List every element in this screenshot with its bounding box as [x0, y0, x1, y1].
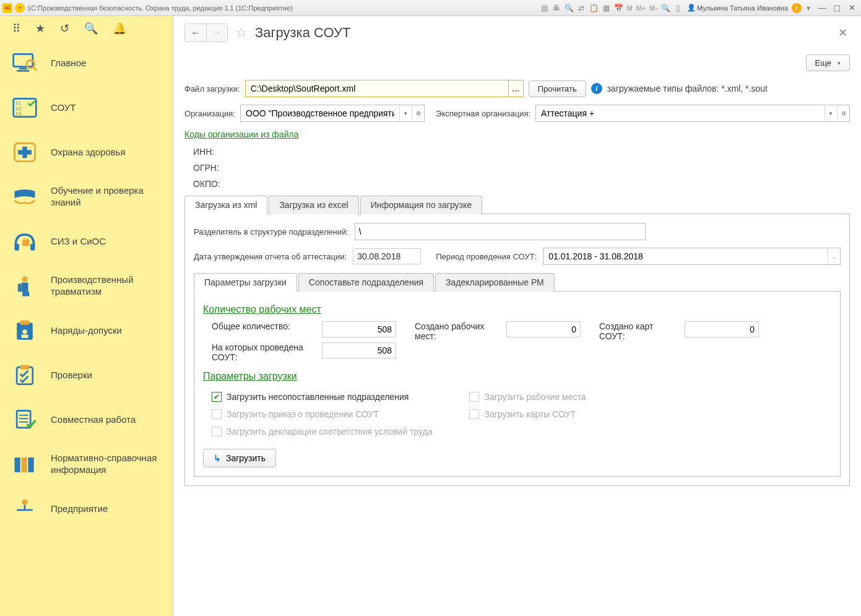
- org-tree-icon: [10, 495, 40, 523]
- sidebar: ⠿ ★ ↺ 🔍 🔔 Главное 3.13.23.3 СОУТ: [0, 16, 173, 616]
- medical-cross-icon: [10, 139, 40, 166]
- memory-m[interactable]: M: [625, 4, 633, 12]
- sidebar-item-label: Совместная работа: [51, 414, 136, 426]
- period-ellipsis-button[interactable]: …: [828, 248, 840, 264]
- info-icon[interactable]: i: [591, 83, 602, 94]
- checkbox-load-declarations-label: Загрузить декларации соответствия услови…: [227, 427, 432, 436]
- sidebar-item-health[interactable]: Охрана здоровья: [0, 130, 173, 175]
- total-count-value[interactable]: [322, 321, 396, 337]
- separator-label: Разделитель в структуре подразделений:: [194, 227, 348, 236]
- org-codes-link[interactable]: Коды организации из файла: [184, 129, 298, 139]
- toolbar-zoom-icon[interactable]: 🔍: [660, 2, 671, 14]
- file-hint: загружаемые типы файлов: *.xml, *.sout: [607, 84, 768, 93]
- svg-rect-20: [20, 321, 30, 325]
- sidebar-item-main[interactable]: Главное: [0, 41, 173, 85]
- memory-mplus[interactable]: M+: [635, 4, 647, 12]
- workplace-count-title[interactable]: Количество рабочих мест: [203, 304, 831, 315]
- titlebar: 1C ▾ 1С:Производственная безопасность. О…: [0, 0, 861, 16]
- file-path-input[interactable]: [246, 80, 508, 97]
- app-menu-dropdown-icon[interactable]: ▾: [15, 3, 25, 13]
- file-browse-button[interactable]: …: [508, 80, 523, 97]
- separator-input[interactable]: [355, 223, 646, 240]
- sidebar-item-collab[interactable]: Совместная работа: [0, 397, 173, 442]
- svg-rect-22: [22, 334, 28, 338]
- sidebar-item-trauma[interactable]: Производственный травматизм: [0, 264, 173, 308]
- sidebar-item-sout[interactable]: 3.13.23.3 СОУТ: [0, 85, 173, 130]
- total-count-label: Общее количество:: [212, 321, 311, 331]
- sidebar-item-training[interactable]: Обучение и проверка знаний: [0, 175, 173, 219]
- user-name[interactable]: 👤 Мулькина Татьяна Ивановна: [687, 4, 788, 12]
- created-cards-value[interactable]: [685, 321, 759, 337]
- expert-org-label: Экспертная организация:: [436, 109, 530, 118]
- svg-line-4: [33, 67, 37, 71]
- toolbar-clipboard-icon[interactable]: 📋: [588, 2, 599, 14]
- sidebar-item-label: Нормативно-справочная информация: [51, 453, 163, 476]
- document-check-icon: [10, 406, 40, 433]
- maximize-button[interactable]: ▢: [830, 2, 844, 14]
- expert-org-dropdown-button[interactable]: ▾: [824, 105, 837, 121]
- nav-back-button[interactable]: ←: [185, 24, 206, 41]
- sidebar-item-checks[interactable]: Проверки: [0, 353, 173, 397]
- favorite-star-icon[interactable]: ☆: [235, 25, 248, 41]
- load-button[interactable]: ↳ Загрузить: [203, 449, 276, 467]
- sidebar-item-label: Проверки: [51, 370, 92, 381]
- checkbox-load-workplaces-label: Загрузить рабочие места: [484, 392, 586, 402]
- expert-org-select[interactable]: [536, 105, 824, 121]
- menu-grid-icon[interactable]: ⠿: [12, 22, 20, 35]
- okpo-label: ОКПО:: [193, 179, 850, 189]
- close-page-button[interactable]: ✕: [836, 24, 850, 42]
- close-window-button[interactable]: ✕: [845, 2, 859, 14]
- checkbox-unmatched-depts[interactable]: [212, 392, 222, 402]
- minimize-button[interactable]: —: [815, 2, 829, 14]
- toolbar-panel-icon[interactable]: ▯: [672, 2, 683, 14]
- sidebar-item-siz[interactable]: СИЗ и СиОС: [0, 219, 173, 264]
- toolbar-link-icon[interactable]: ⇄: [576, 2, 587, 14]
- toolbar-calendar-icon[interactable]: 📅: [613, 2, 624, 14]
- created-wp-label: Создано рабочих мест:: [415, 321, 495, 341]
- inn-label: ИНН:: [193, 147, 850, 157]
- tab-load-params[interactable]: Параметры загрузки: [194, 273, 297, 292]
- toolbar-calc-icon[interactable]: ▦: [600, 2, 612, 14]
- favorite-star-icon[interactable]: ★: [35, 22, 45, 35]
- svg-point-21: [22, 329, 27, 334]
- info-icon[interactable]: i: [792, 3, 802, 13]
- search-icon[interactable]: 🔍: [84, 22, 98, 35]
- sidebar-item-nsi[interactable]: Нормативно-справочная информация: [0, 442, 173, 487]
- org-open-button[interactable]: ⧉: [412, 105, 424, 121]
- sidebar-item-permits[interactable]: Наряды-допуски: [0, 308, 173, 353]
- svg-rect-18: [26, 292, 30, 296]
- svg-rect-24: [20, 365, 30, 370]
- tab-match-depts[interactable]: Сопоставьте подразделения: [298, 273, 434, 292]
- sout-count-value[interactable]: [322, 342, 396, 358]
- tab-load-excel[interactable]: Загрузка из excel: [269, 196, 358, 214]
- dropdown-icon[interactable]: ▾: [803, 2, 814, 14]
- sidebar-item-enterprise[interactable]: Предприятие: [0, 487, 173, 531]
- created-cards-label: Создано карт СОУТ:: [599, 321, 673, 341]
- tab-load-info[interactable]: Информация по загрузке: [360, 196, 482, 214]
- tab-load-xml[interactable]: Загрузка из xml: [184, 196, 267, 214]
- more-button[interactable]: Еще: [806, 54, 850, 71]
- expert-org-open-button[interactable]: ⧉: [837, 105, 849, 121]
- nav-forward-button[interactable]: →: [206, 24, 227, 41]
- approval-date-value[interactable]: 30.08.2018: [353, 248, 421, 264]
- checkbox-load-order-label: Загрузить приказ о проведении СОУТ: [227, 409, 379, 419]
- load-params-title[interactable]: Параметры загрузки: [203, 371, 831, 382]
- org-dropdown-button[interactable]: ▾: [399, 105, 412, 121]
- checkbox-load-declarations: [212, 427, 222, 436]
- org-select[interactable]: [241, 105, 399, 121]
- period-input[interactable]: [543, 248, 828, 264]
- memory-mminus[interactable]: M-: [648, 4, 659, 12]
- tab-declared-rm[interactable]: Задекларированные РМ: [435, 273, 555, 292]
- sub-tabs: Параметры загрузки Сопоставьте подраздел…: [194, 272, 841, 292]
- sidebar-item-label: Охрана здоровья: [51, 147, 126, 158]
- created-wp-value[interactable]: [506, 321, 581, 337]
- toolbar-print-icon[interactable]: 🖶: [551, 2, 562, 14]
- clipboard-person-icon: [10, 317, 40, 344]
- read-button[interactable]: Прочитать: [529, 80, 586, 97]
- main-area: ← → ☆ Загрузка СОУТ ✕ Еще Файл загрузки:…: [173, 16, 861, 616]
- history-icon[interactable]: ↺: [60, 22, 69, 35]
- toolbar-doc-icon[interactable]: ▤: [539, 2, 550, 14]
- bell-icon[interactable]: 🔔: [113, 22, 126, 35]
- toolbar-search-icon[interactable]: 🔍: [563, 2, 574, 14]
- sidebar-item-label: Наряды-допуски: [51, 325, 122, 337]
